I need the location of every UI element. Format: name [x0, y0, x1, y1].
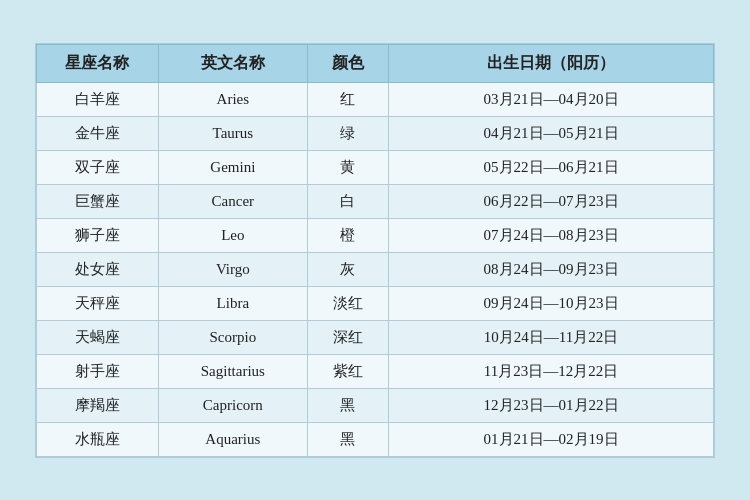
table-row: 射手座Sagittarius紫红11月23日—12月22日 [37, 354, 714, 388]
cell-chinese: 巨蟹座 [37, 184, 159, 218]
cell-color: 黑 [307, 422, 388, 456]
cell-color: 紫红 [307, 354, 388, 388]
cell-date: 08月24日—09月23日 [389, 252, 714, 286]
cell-chinese: 天蝎座 [37, 320, 159, 354]
cell-date: 04月21日—05月21日 [389, 116, 714, 150]
cell-english: Virgo [158, 252, 307, 286]
cell-english: Capricorn [158, 388, 307, 422]
cell-chinese: 射手座 [37, 354, 159, 388]
cell-english: Libra [158, 286, 307, 320]
cell-color: 灰 [307, 252, 388, 286]
cell-color: 红 [307, 82, 388, 116]
table-row: 处女座Virgo灰08月24日—09月23日 [37, 252, 714, 286]
cell-chinese: 摩羯座 [37, 388, 159, 422]
cell-chinese: 狮子座 [37, 218, 159, 252]
cell-color: 橙 [307, 218, 388, 252]
header-date: 出生日期（阳历） [389, 44, 714, 82]
cell-english: Leo [158, 218, 307, 252]
cell-color: 白 [307, 184, 388, 218]
cell-chinese: 白羊座 [37, 82, 159, 116]
table-body: 白羊座Aries红03月21日—04月20日金牛座Taurus绿04月21日—0… [37, 82, 714, 456]
header-color: 颜色 [307, 44, 388, 82]
table-row: 天蝎座Scorpio深红10月24日—11月22日 [37, 320, 714, 354]
header-chinese: 星座名称 [37, 44, 159, 82]
table-row: 双子座Gemini黄05月22日—06月21日 [37, 150, 714, 184]
cell-chinese: 水瓶座 [37, 422, 159, 456]
cell-chinese: 双子座 [37, 150, 159, 184]
table-row: 摩羯座Capricorn黑12月23日—01月22日 [37, 388, 714, 422]
table-row: 白羊座Aries红03月21日—04月20日 [37, 82, 714, 116]
cell-english: Cancer [158, 184, 307, 218]
table-row: 金牛座Taurus绿04月21日—05月21日 [37, 116, 714, 150]
cell-color: 绿 [307, 116, 388, 150]
cell-chinese: 天秤座 [37, 286, 159, 320]
table-row: 巨蟹座Cancer白06月22日—07月23日 [37, 184, 714, 218]
cell-color: 黑 [307, 388, 388, 422]
cell-english: Taurus [158, 116, 307, 150]
cell-color: 黄 [307, 150, 388, 184]
cell-date: 06月22日—07月23日 [389, 184, 714, 218]
cell-date: 03月21日—04月20日 [389, 82, 714, 116]
cell-date: 05月22日—06月21日 [389, 150, 714, 184]
table-row: 狮子座Leo橙07月24日—08月23日 [37, 218, 714, 252]
cell-english: Scorpio [158, 320, 307, 354]
cell-date: 01月21日—02月19日 [389, 422, 714, 456]
cell-english: Aquarius [158, 422, 307, 456]
table-header-row: 星座名称 英文名称 颜色 出生日期（阳历） [37, 44, 714, 82]
cell-date: 10月24日—11月22日 [389, 320, 714, 354]
cell-english: Gemini [158, 150, 307, 184]
cell-chinese: 金牛座 [37, 116, 159, 150]
cell-color: 淡红 [307, 286, 388, 320]
cell-color: 深红 [307, 320, 388, 354]
cell-date: 11月23日—12月22日 [389, 354, 714, 388]
table-row: 天秤座Libra淡红09月24日—10月23日 [37, 286, 714, 320]
cell-date: 07月24日—08月23日 [389, 218, 714, 252]
table-row: 水瓶座Aquarius黑01月21日—02月19日 [37, 422, 714, 456]
cell-date: 09月24日—10月23日 [389, 286, 714, 320]
zodiac-table: 星座名称 英文名称 颜色 出生日期（阳历） 白羊座Aries红03月21日—04… [36, 44, 714, 457]
cell-chinese: 处女座 [37, 252, 159, 286]
zodiac-table-container: 星座名称 英文名称 颜色 出生日期（阳历） 白羊座Aries红03月21日—04… [35, 43, 715, 458]
cell-english: Aries [158, 82, 307, 116]
header-english: 英文名称 [158, 44, 307, 82]
cell-date: 12月23日—01月22日 [389, 388, 714, 422]
cell-english: Sagittarius [158, 354, 307, 388]
